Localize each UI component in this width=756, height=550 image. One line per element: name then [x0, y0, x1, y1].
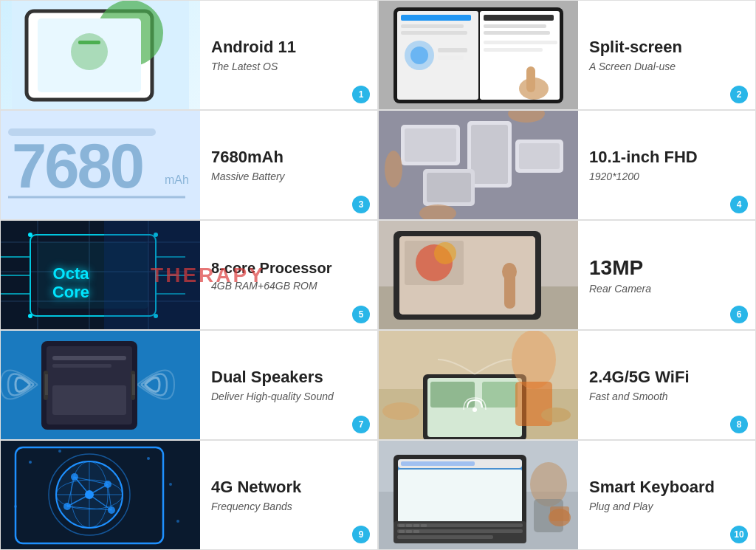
cell-7-badge: 7: [352, 416, 370, 433]
svg-point-42: [385, 151, 402, 188]
speaker-svg: [1, 331, 200, 439]
svg-rect-139: [413, 524, 419, 527]
cell-4-text: 10.1-inch FHD 1920*1200: [578, 140, 755, 189]
svg-point-16: [410, 47, 428, 64]
cell-5-text: 8-core Processor 4GB RAM+64GB ROM: [200, 252, 377, 299]
cell-9-subtitle: Frequency Bands: [211, 501, 366, 512]
cell-10-subtitle: Plug and Play: [589, 501, 744, 512]
svg-text:Core: Core: [52, 283, 89, 301]
cell-4-subtitle: 1920*1200: [589, 171, 744, 182]
cell-7-text: Dual Speakers Deliver High-quality Sound: [200, 360, 377, 409]
svg-point-102: [147, 457, 150, 460]
cell-5-title: 8-core Processor: [211, 259, 366, 277]
svg-point-73: [434, 242, 456, 264]
cell-10-title: Smart Keyboard: [589, 478, 744, 497]
cell-8-text: 2.4G/5G WiFi Fast and Smooth: [578, 360, 755, 409]
svg-text:Octa: Octa: [53, 264, 90, 283]
svg-rect-147: [550, 506, 569, 521]
cell-7-image: [1, 331, 200, 439]
svg-rect-19: [484, 15, 554, 21]
svg-rect-17: [438, 48, 467, 52]
cell-10-image: [379, 441, 578, 549]
split-screen-svg: [379, 1, 578, 109]
cell-3-text: 7680mAh Massive Battery: [200, 140, 377, 189]
svg-rect-37: [427, 173, 471, 202]
cell-1-title: Android 11: [211, 38, 366, 57]
cell-9-title: 4G Network: [211, 478, 366, 497]
svg-point-75: [502, 263, 517, 281]
svg-rect-93: [482, 382, 518, 408]
svg-text:7680: 7680: [12, 131, 142, 201]
feature-cell-9: 4G Network Frequency Bands 9: [0, 440, 378, 550]
svg-rect-141: [399, 530, 405, 533]
feature-cell-8: 2.4G/5G WiFi Fast and Smooth 8: [378, 330, 756, 440]
cell-9-badge: 9: [352, 526, 370, 543]
svg-point-103: [169, 483, 172, 486]
svg-point-105: [176, 520, 179, 523]
cell-8-title: 2.4G/5G WiFi: [589, 368, 744, 387]
cell-3-title: 7680mAh: [211, 148, 366, 167]
feature-cell-1: Android 11 The Latest OS 1: [0, 0, 378, 110]
svg-rect-143: [413, 530, 419, 533]
cell-7-subtitle: Deliver High-quality Sound: [211, 391, 366, 402]
cell-2-badge: 2: [730, 86, 748, 103]
svg-point-6: [71, 33, 108, 70]
cell-9-text: 4G Network Frequency Bands: [200, 470, 377, 519]
battery-svg: 7680 mAh: [1, 111, 200, 219]
cell-3-badge: 3: [352, 196, 370, 213]
feature-cell-7: Dual Speakers Deliver High-quality Sound…: [0, 330, 378, 440]
svg-rect-33: [405, 128, 456, 162]
cell-2-subtitle: A Screen Dual-use: [589, 61, 744, 72]
feature-cell-10: Smart Keyboard Plug and Play 10: [378, 440, 756, 550]
svg-rect-138: [406, 524, 412, 527]
wifi-svg: [379, 331, 578, 439]
svg-rect-140: [421, 524, 427, 527]
cell-1-image: [1, 1, 200, 109]
cell-8-image: [379, 331, 578, 439]
cell-3-subtitle: Massive Battery: [211, 171, 366, 182]
feature-grid: Android 11 The Latest OS 1: [0, 0, 756, 550]
svg-rect-136: [397, 535, 493, 539]
svg-rect-18: [438, 55, 464, 60]
svg-rect-142: [406, 530, 412, 533]
cell-3-image: 7680 mAh: [1, 111, 200, 219]
cell-6-text: 13MP Rear Camera: [578, 248, 755, 303]
svg-rect-85: [52, 356, 126, 360]
cell-2-image: [379, 1, 578, 109]
cell-6-image: [379, 221, 578, 329]
svg-rect-39: [519, 143, 560, 169]
cell-1-badge: 1: [352, 86, 370, 103]
svg-rect-30: [8, 128, 156, 136]
network-svg: [1, 441, 200, 549]
cell-10-badge: 10: [730, 526, 748, 543]
svg-point-94: [472, 408, 477, 412]
cell-6-title: 13MP: [589, 255, 744, 281]
cell-4-badge: 4: [730, 196, 748, 213]
cell-5-badge: 5: [352, 306, 370, 323]
octa-core-svg: Octa Core: [1, 221, 200, 329]
keyboard-svg: [379, 441, 578, 549]
svg-point-95: [512, 331, 556, 389]
cell-4-title: 10.1-inch FHD: [589, 148, 744, 167]
svg-rect-20: [484, 24, 546, 28]
cell-6-subtitle: Rear Camera: [589, 283, 744, 295]
svg-rect-65: [104, 221, 200, 329]
feature-cell-6: 13MP Rear Camera 6: [378, 220, 756, 330]
cell-1-subtitle: The Latest OS: [211, 61, 366, 72]
svg-point-97: [382, 402, 419, 420]
svg-rect-132: [398, 470, 522, 522]
cell-6-badge: 6: [730, 306, 748, 323]
cell-2-text: Split-screen A Screen Dual-use: [578, 30, 755, 79]
svg-point-57: [28, 314, 32, 318]
svg-rect-137: [399, 524, 405, 527]
cell-4-image: [379, 111, 578, 219]
svg-rect-22: [484, 41, 557, 44]
cell-7-title: Dual Speakers: [211, 368, 366, 387]
svg-point-100: [29, 461, 32, 464]
cell-8-badge: 8: [730, 416, 748, 433]
svg-point-98: [541, 408, 571, 422]
feature-cell-3: 7680 mAh 7680mAh Massive Battery 3: [0, 110, 378, 220]
svg-rect-21: [484, 31, 550, 35]
feature-cell-2: Split-screen A Screen Dual-use 2: [378, 0, 756, 110]
cell-1-text: Android 11 The Latest OS: [200, 30, 377, 79]
